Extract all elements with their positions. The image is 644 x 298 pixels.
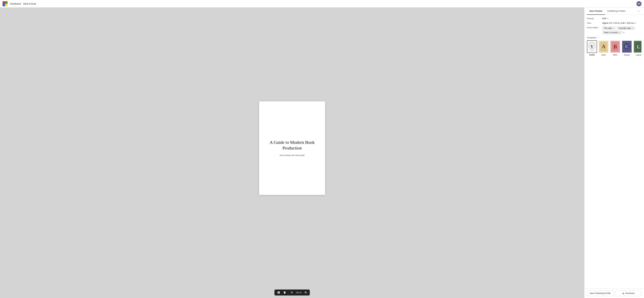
front-matter-label: Front matter: — [587, 26, 601, 29]
chip-table-of-contents-remove[interactable]: ✕ — [619, 32, 620, 34]
chips-container: Title page ✕ Copyright page ✕ Table of c… — [602, 26, 642, 34]
svg-text:C: C — [625, 44, 628, 49]
top-nav: Dashboard Back to book DM — [0, 0, 644, 8]
chips-more-button[interactable]: ▼ — [623, 32, 625, 34]
template-logical-name: Logical — [636, 54, 641, 56]
panel-tabs: New Preview Publishing Profiles — — [584, 8, 644, 15]
svg-rect-5 — [278, 292, 278, 294]
download-label: Download — [625, 292, 634, 294]
template-bikini-thumb: B — [610, 40, 620, 53]
right-panel: New Preview Publishing Profiles — Format… — [584, 8, 644, 298]
chip-title-page: Title page ✕ — [602, 26, 616, 30]
size-dropdown-arrow: ▼ — [635, 22, 636, 24]
templates-label: Templates: — [587, 36, 642, 39]
panel-close-button[interactable]: — — [636, 9, 642, 13]
save-publishing-profile-button[interactable]: Save Publishing Profile — [587, 290, 614, 296]
svg-rect-2 — [5, 1, 8, 4]
template-eclypse-name: Eclypse — [624, 54, 630, 56]
svg-line-14 — [306, 293, 307, 294]
book-authors: Dione Mentis and Adam Hyde — [280, 154, 305, 156]
chip-copyright-page-label: Copyright page — [618, 27, 631, 29]
template-eclypse-thumb: C — [622, 40, 632, 53]
template-vanilla[interactable]: V Vanilla — [587, 40, 597, 56]
template-eclypse[interactable]: C Eclypse — [622, 40, 632, 56]
svg-rect-1 — [2, 1, 5, 4]
chip-table-of-contents: Table of contents ✕ — [602, 31, 622, 34]
templates-grid: V Vanilla — [587, 40, 642, 56]
size-text: Digest: 5.5 × 8.5 in | 140 × 216 mm — [602, 22, 634, 24]
book-view-button[interactable] — [276, 290, 281, 294]
panel-footer: Save Publishing Profile Download — [584, 288, 644, 298]
svg-rect-21 — [591, 51, 593, 51]
svg-text:B: B — [614, 44, 617, 50]
svg-rect-4 — [5, 4, 8, 6]
svg-line-10 — [292, 293, 293, 294]
format-row: Format: PDF ▼ — [587, 17, 642, 20]
size-label: Size: — [587, 22, 601, 24]
size-value[interactable]: Digest: 5.5 × 8.5 in | 140 × 216 mm ▼ — [602, 22, 636, 24]
format-dropdown-arrow: ▼ — [607, 18, 608, 19]
svg-text:L: L — [637, 44, 640, 49]
template-atosh-name: Atosh — [602, 54, 606, 56]
main-layout: A Guide to Modern Book Production Dione … — [0, 8, 644, 298]
preview-area: A Guide to Modern Book Production Dione … — [0, 8, 584, 298]
dashboard-link[interactable]: Dashboard — [10, 2, 21, 5]
svg-rect-7 — [284, 292, 286, 294]
zoom-in-button[interactable] — [304, 290, 308, 294]
chip-title-page-label: Title page — [604, 27, 612, 29]
template-atosh[interactable]: A Atosh — [598, 40, 608, 56]
svg-text:A: A — [602, 44, 605, 49]
svg-rect-17 — [590, 44, 594, 44]
single-page-view-button[interactable] — [282, 290, 287, 294]
toolbar-divider — [288, 291, 288, 294]
svg-text:V: V — [590, 44, 594, 49]
download-button[interactable]: Download — [615, 290, 642, 296]
svg-rect-20 — [590, 50, 594, 50]
size-row: Size: Digest: 5.5 × 8.5 in | 140 × 216 m… — [587, 22, 642, 24]
template-atosh-thumb: A — [598, 40, 608, 53]
format-label: Format: — [587, 17, 601, 20]
chip-table-of-contents-label: Table of contents — [604, 32, 618, 34]
template-bikini[interactable]: B Bikini — [610, 40, 620, 56]
app-logo — [2, 1, 8, 6]
panel-content: Format: PDF ▼ Size: Digest: 5.5 × 8.5 in… — [584, 15, 644, 288]
zoom-label: 100 % — [296, 292, 302, 294]
tab-new-preview[interactable]: New Preview — [587, 8, 605, 15]
template-logical-thumb: L — [634, 40, 642, 53]
templates-section: Templates: V — [587, 36, 642, 56]
template-bikini-name: Bikini — [613, 54, 617, 56]
template-vanilla-thumb: V — [587, 40, 597, 53]
back-to-book-link[interactable]: Back to book — [24, 2, 36, 5]
svg-rect-19 — [590, 49, 594, 50]
svg-rect-6 — [279, 292, 280, 294]
zoom-out-button[interactable] — [290, 290, 294, 294]
book-title: A Guide to Modern Book Production — [267, 140, 317, 151]
template-vanilla-name: Vanilla — [589, 54, 595, 56]
avatar: DM — [636, 1, 642, 6]
chip-copyright-page-remove[interactable]: ✕ — [632, 27, 634, 29]
chip-title-page-remove[interactable]: ✕ — [613, 27, 614, 29]
front-matter-row: Front matter: Title page ✕ Copyright pag… — [587, 26, 642, 34]
template-logical[interactable]: L Logical — [634, 40, 642, 56]
svg-rect-3 — [2, 4, 5, 6]
bottom-toolbar: 100 % — [274, 290, 310, 296]
chip-copyright-page: Copyright page ✕ — [617, 26, 635, 30]
format-text: PDF — [602, 17, 606, 20]
book-page: A Guide to Modern Book Production Dione … — [259, 102, 325, 195]
format-value[interactable]: PDF ▼ — [602, 17, 608, 20]
tab-publishing-profiles[interactable]: Publishing Profiles — [605, 8, 628, 15]
